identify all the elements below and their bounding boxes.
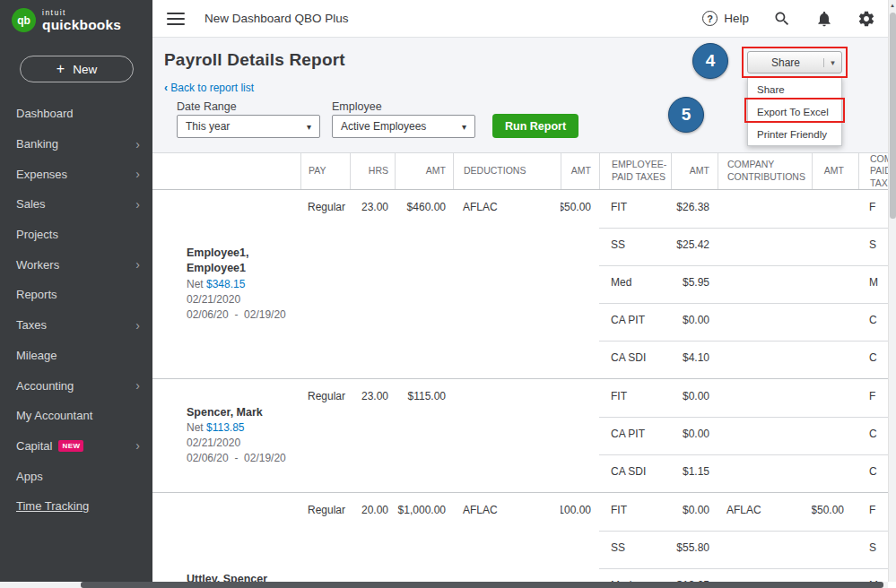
chevron-down-icon: ▾ [823, 58, 841, 67]
notifications-bell-icon[interactable] [815, 10, 833, 28]
sidebar-item-expenses[interactable]: Expenses› [0, 159, 152, 189]
sidebar-item-dashboard[interactable]: Dashboard [0, 99, 152, 129]
employee-select[interactable]: Active Employees ▾ [332, 115, 475, 138]
share-button[interactable]: Share ▾ [747, 51, 842, 74]
column-header-company-contributions: COMPANY CONTRIBUTIONS [718, 153, 812, 189]
hamburger-menu-icon[interactable] [167, 9, 185, 29]
sidebar-item-accounting[interactable]: Accounting› [0, 370, 152, 401]
chevron-right-icon: › [135, 138, 140, 151]
cell-taxamt: $13.05 [671, 568, 718, 582]
sidebar-item-my-accountant[interactable]: My Accountant [0, 401, 152, 431]
cell-ded [453, 341, 561, 378]
settings-gear-icon[interactable] [857, 10, 875, 28]
share-menu-item-share[interactable]: Share [748, 78, 841, 100]
horizontal-scroll-thumb[interactable] [81, 582, 883, 588]
cell-pay: Regular [300, 379, 350, 417]
net-amount-link[interactable]: $348.15 [206, 278, 245, 290]
employee-info: Spencer, MarkNet $113.8502/21/202002/06/… [152, 379, 300, 492]
cell-amt [395, 228, 453, 265]
cell-ded [453, 265, 561, 303]
sidebar-item-apps[interactable]: Apps [0, 461, 152, 491]
cell-pay: Regular [300, 493, 350, 531]
net-amount-link[interactable]: $113.85 [206, 421, 245, 434]
chevron-right-icon: › [135, 439, 140, 452]
cell-taxamt: $25.42 [671, 228, 718, 265]
sidebar-item-capital[interactable]: CapitalNEW› [0, 431, 152, 462]
new-button[interactable]: + New [20, 56, 134, 82]
cell-con [718, 265, 812, 303]
date-range-label: Date Range [177, 100, 237, 113]
cell-con [718, 190, 812, 228]
cell-dedamt [561, 531, 599, 568]
cell-dedamt [561, 379, 599, 417]
net-label: Net [187, 278, 206, 290]
cell-cut: C [858, 454, 888, 492]
cell-hrs [350, 568, 395, 582]
date-range-value: This year [186, 120, 230, 133]
vertical-scrollbar[interactable]: ▴ [888, 0, 896, 582]
sidebar-item-projects[interactable]: Projects [0, 220, 152, 250]
cell-amt [395, 531, 453, 568]
back-arrow-icon: ‹ [164, 82, 168, 94]
help-label: Help [724, 12, 749, 25]
cell-con [718, 341, 812, 378]
cell-hrs [350, 341, 395, 378]
sidebar-item-time-tracking[interactable]: Time Tracking [0, 491, 152, 522]
cell-con [718, 454, 812, 492]
intuit-wordmark: intuit [42, 9, 121, 17]
help-button[interactable]: ? Help [702, 11, 749, 26]
payroll-details-table: PAYHRSAMTDEDUCTIONSAMTEMPLOYEE-PAID TAXE… [152, 152, 888, 582]
pay-period: 02/06/20 - 02/19/20 [187, 451, 300, 466]
sidebar-item-workers[interactable]: Workers› [0, 249, 152, 280]
table-header-row: PAYHRSAMTDEDUCTIONSAMTEMPLOYEE-PAID TAXE… [152, 152, 888, 190]
cell-cut: C [858, 417, 888, 454]
quickbooks-logo[interactable]: qb intuit quickbooks [0, 0, 152, 32]
quickbooks-app: New Dashboard QBO Plus ? Help qb intuit … [0, 0, 896, 588]
cell-cut: M [858, 568, 888, 582]
sidebar-item-taxes[interactable]: Taxes› [0, 310, 152, 341]
column-header-company-paid-taxes: COMPANY-PAID TAXES [858, 153, 888, 189]
cell-tax: FIT [599, 493, 671, 531]
cell-hrs [350, 303, 395, 341]
share-menu: ShareExport To ExcelPrinter Friendly [747, 77, 842, 146]
cell-hrs: 20.00 [350, 493, 395, 531]
cell-taxamt: $5.95 [671, 265, 718, 303]
cell-tax: FIT [599, 379, 671, 417]
cell-dedamt [561, 265, 599, 303]
share-menu-item-export-to-excel[interactable]: Export To Excel [748, 100, 841, 123]
sidebar-item-label: Reports [16, 288, 57, 301]
cell-hrs: 23.00 [350, 190, 395, 228]
cell-ded [453, 228, 561, 265]
sidebar-item-banking[interactable]: Banking› [0, 129, 152, 160]
run-report-button[interactable]: Run Report [492, 114, 578, 138]
cell-cut: M [858, 265, 888, 303]
cell-pay: Regular [300, 190, 350, 228]
scroll-up-arrow-icon[interactable]: ▴ [889, 0, 896, 11]
cell-tax: CA PIT [599, 303, 671, 341]
horizontal-scrollbar[interactable] [0, 582, 888, 588]
cell-conamt [812, 265, 858, 303]
cell-dedamt: $100.00 [561, 493, 599, 531]
cell-hrs [350, 265, 395, 303]
back-to-report-list-link[interactable]: ‹ Back to report list [164, 82, 254, 94]
cell-hrs [350, 417, 395, 454]
cell-pay [300, 303, 350, 341]
sidebar-item-sales[interactable]: Sales› [0, 189, 152, 220]
cell-tax: Med [599, 568, 671, 582]
sidebar-item-mileage[interactable]: Mileage [0, 341, 152, 371]
employee-value: Active Employees [341, 120, 426, 133]
cell-taxamt: $1.15 [671, 454, 718, 492]
sidebar-item-reports[interactable]: Reports [0, 280, 152, 310]
date-range-select[interactable]: This year ▾ [177, 115, 320, 138]
sidebar-item-label: Apps [16, 470, 43, 483]
share-menu-item-printer-friendly[interactable]: Printer Friendly [748, 123, 841, 145]
window-title: New Dashboard QBO Plus [204, 12, 349, 25]
employee-name: Uttley, Spencer [187, 572, 300, 582]
topbar-actions: ? Help [702, 10, 875, 28]
employee-group: Employee1, Employee1Net $348.1502/21/202… [152, 190, 888, 378]
search-icon[interactable] [773, 10, 791, 28]
cell-conamt [812, 568, 858, 582]
cell-taxamt: $4.10 [671, 341, 718, 378]
cell-taxamt: $0.00 [671, 417, 718, 454]
vertical-scroll-thumb[interactable] [890, 13, 896, 219]
